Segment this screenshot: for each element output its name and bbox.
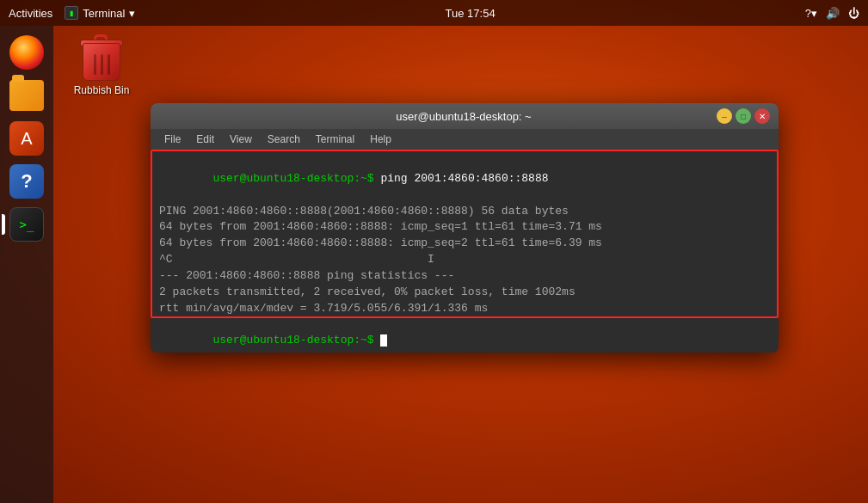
term-line-4: ^C I: [159, 252, 770, 268]
files-icon: [9, 80, 44, 111]
term-line-5: --- 2001:4860:4860::8888 ping statistics…: [159, 268, 770, 285]
term-line-command: user@ubuntu18-desktop:~$ ping 2001:4860:…: [159, 155, 770, 204]
term-line-6: 2 packets transmitted, 2 received, 0% pa…: [159, 285, 770, 301]
terminal-dock-icon: >_: [9, 207, 44, 242]
clock: Tue 17:54: [446, 7, 496, 20]
term-line-3: 64 bytes from 2001:4860:4860::8888: icmp…: [159, 236, 770, 252]
menu-search[interactable]: Search: [261, 132, 307, 147]
final-prompt-user: user@ubuntu18-desktop: [212, 334, 354, 347]
prompt-path: :~$: [354, 172, 380, 185]
rubbish-bin-icon[interactable]: Rubbish Bin: [67, 33, 136, 96]
window-title: user@ubuntu18-desktop: ~: [211, 110, 717, 123]
sidebar-item-terminal[interactable]: >_: [7, 205, 46, 244]
menu-file[interactable]: File: [157, 132, 188, 147]
sidebar-item-files[interactable]: [7, 76, 46, 115]
term-line-1: PING 2001:4860:4860::8888(2001:4860:4860…: [159, 204, 770, 220]
terminal-content[interactable]: user@ubuntu18-desktop:~$ ping 2001:4860:…: [151, 150, 779, 353]
help-icon: ?: [9, 164, 44, 199]
power-icon[interactable]: ⏻: [848, 7, 859, 20]
menu-help[interactable]: Help: [363, 132, 398, 147]
title-bar: user@ubuntu18-desktop: ~ – □ ✕: [151, 103, 779, 129]
terminal-app-arrow: ▾: [129, 7, 135, 20]
prompt-user: user@ubuntu18-desktop: [212, 172, 354, 185]
close-button[interactable]: ✕: [754, 108, 770, 124]
minimize-button[interactable]: –: [717, 108, 732, 124]
term-line-7: rtt min/avg/max/mdev = 3.719/5.055/6.391…: [159, 301, 770, 317]
menu-edit[interactable]: Edit: [189, 132, 221, 147]
terminal-app-menu[interactable]: ▮ Terminal ▾: [65, 6, 135, 20]
terminal-window: user@ubuntu18-desktop: ~ – □ ✕ File Edit…: [151, 103, 779, 353]
sidebar-item-software[interactable]: A: [7, 119, 46, 158]
sidebar-item-help[interactable]: ?: [7, 162, 46, 201]
system-tray: ?▾ 🔊 ⏻: [805, 7, 859, 20]
cursor: [380, 334, 387, 347]
command-text: ping 2001:4860:4860::8888: [380, 172, 548, 185]
sidebar: A ? >_: [0, 26, 53, 503]
menu-view[interactable]: View: [223, 132, 259, 147]
terminal-app-label: Terminal: [83, 7, 125, 20]
sidebar-item-firefox[interactable]: [7, 33, 46, 72]
firefox-icon: [9, 35, 44, 70]
window-controls: – □ ✕: [717, 108, 770, 124]
trash-body: [83, 43, 120, 81]
menu-bar: File Edit View Search Terminal Help: [151, 129, 779, 150]
terminal-app-icon: ▮: [65, 6, 78, 20]
activities-button[interactable]: Activities: [9, 7, 52, 20]
topbar: Activities ▮ Terminal ▾ Tue 17:54 ?▾ 🔊 ⏻: [0, 0, 868, 26]
term-line-final: user@ubuntu18-desktop:~$: [159, 316, 770, 353]
term-line-2: 64 bytes from 2001:4860:4860::8888: icmp…: [159, 219, 770, 236]
volume-icon[interactable]: 🔊: [826, 7, 840, 20]
help-indicator[interactable]: ?▾: [805, 7, 817, 20]
software-icon: A: [9, 121, 44, 156]
menu-terminal[interactable]: Terminal: [309, 132, 361, 147]
desktop: Activities ▮ Terminal ▾ Tue 17:54 ?▾ 🔊 ⏻…: [0, 0, 868, 503]
maximize-button[interactable]: □: [736, 108, 751, 124]
trash-lines: [94, 54, 110, 75]
rubbish-bin-label: Rubbish Bin: [74, 84, 130, 96]
final-prompt-path: :~$: [354, 334, 380, 347]
trash-graphic: [79, 33, 124, 81]
